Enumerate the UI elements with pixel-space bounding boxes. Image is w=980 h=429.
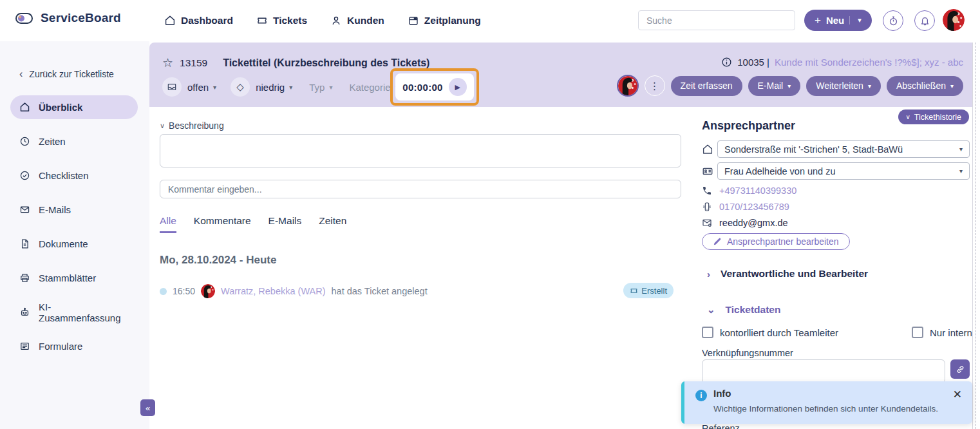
info-icon[interactable] bbox=[721, 57, 732, 68]
scrollbar-thumb[interactable] bbox=[975, 43, 977, 429]
nav-item-kunden[interactable]: Kunden bbox=[330, 15, 384, 26]
timeline-day-heading: Mo, 28.10.2024 - Heute bbox=[160, 254, 276, 267]
section-label: Ticketdaten bbox=[726, 304, 781, 316]
vertical-scrollbar[interactable] bbox=[972, 43, 980, 429]
section-label: Verantwortliche und Bearbeiter bbox=[721, 268, 868, 280]
button-label: Zeit erfassen bbox=[681, 81, 733, 91]
email-value: reeddy@gmx.de bbox=[719, 218, 788, 228]
timetracker-button[interactable] bbox=[883, 10, 903, 31]
ticket-history-button[interactable]: ∨ Tickethistorie bbox=[898, 110, 970, 124]
nav-item-tickets[interactable]: Tickets bbox=[256, 15, 307, 26]
description-textarea[interactable] bbox=[160, 134, 681, 167]
priority-icon: ◇ bbox=[231, 77, 250, 97]
ticket-meta-row: offen ▾ ◇ niedrig ▾ Typ ▾ Kategorie ▾ bbox=[162, 76, 401, 98]
assignee-avatar[interactable] bbox=[617, 75, 639, 97]
responsible-section-toggle[interactable]: › Verantwortliche und Bearbeiter bbox=[707, 268, 868, 280]
event-user-avatar[interactable] bbox=[201, 284, 215, 298]
brand-name: ServiceBoard bbox=[41, 11, 121, 25]
comment-input[interactable] bbox=[160, 180, 681, 198]
teamleiter-checkbox-row: kontorlliert durch Teamleiter bbox=[702, 327, 838, 338]
play-icon[interactable]: ▶ bbox=[449, 78, 467, 96]
email-row: reeddy@gmx.de bbox=[702, 218, 788, 228]
edit-contact-button[interactable]: Ansprechpartner bearbeiten bbox=[702, 233, 850, 250]
ticket-title-row: ☆ 13159 Tickettitel (Kurzbeschreibung de… bbox=[162, 55, 429, 70]
nav-item-dashboard[interactable]: Dashboard bbox=[164, 15, 233, 26]
mobile-row: 0170/123456789 bbox=[702, 202, 789, 212]
email-button[interactable]: E-Mail ▾ bbox=[748, 76, 801, 96]
person-icon bbox=[330, 15, 342, 26]
record-time-button[interactable]: Zeit erfassen bbox=[671, 76, 742, 96]
nav-item-zeitplanung[interactable]: Zeitplanung bbox=[408, 15, 481, 26]
sidebar-item-label: Überblick bbox=[39, 102, 82, 113]
info-toast: i Info Wichtige Informationen befinden s… bbox=[681, 381, 972, 424]
chevron-down-icon[interactable]: ▾ bbox=[213, 84, 216, 91]
ticket-header-panel: ☆ 13159 Tickettitel (Kurzbeschreibung de… bbox=[149, 43, 972, 107]
status-value[interactable]: offen bbox=[187, 82, 209, 93]
mobile-link[interactable]: 0170/123456789 bbox=[719, 202, 789, 212]
sidebar-item-label: Zeiten bbox=[39, 136, 66, 147]
ticket-icon bbox=[256, 15, 268, 26]
sidebar-item-dokumente[interactable]: Dokumente bbox=[10, 232, 138, 256]
description-toggle[interactable]: ∨ Beschreibung bbox=[160, 120, 224, 131]
star-icon[interactable]: ☆ bbox=[162, 55, 173, 70]
type-select[interactable]: Typ bbox=[309, 82, 325, 93]
forward-button[interactable]: Weiterleiten ▾ bbox=[806, 76, 881, 96]
new-button-label: Neu bbox=[826, 15, 844, 26]
nav-label: Tickets bbox=[273, 15, 307, 26]
nur-intern-checkbox[interactable] bbox=[912, 327, 923, 338]
tab-kommentare[interactable]: Kommentare bbox=[194, 215, 251, 233]
nur-intern-checkbox-row: Nur intern bbox=[912, 327, 972, 338]
sidebar-item-label: KI-Zusammenfassung bbox=[39, 301, 129, 323]
sidebar-item-ueberblick[interactable]: Überblick bbox=[10, 95, 138, 119]
activity-tabs: Alle Kommentare E-Mails Zeiten bbox=[160, 215, 346, 233]
robot-icon bbox=[19, 307, 30, 318]
close-icon[interactable]: ✕ bbox=[953, 388, 962, 401]
sidebar-item-ki-zusammenfassung[interactable]: KI-Zusammenfassung bbox=[10, 300, 138, 324]
notifications-button[interactable] bbox=[914, 10, 935, 31]
sidebar-item-stammblaetter[interactable]: Stammblätter bbox=[10, 266, 138, 290]
sidebar-item-checklisten[interactable]: Checklisten bbox=[10, 164, 138, 187]
brand-logo-icon bbox=[15, 13, 33, 24]
link-button[interactable] bbox=[950, 359, 970, 379]
search-input[interactable] bbox=[638, 10, 795, 30]
checkbox-label: Nur intern bbox=[930, 327, 972, 338]
teamleiter-checkbox[interactable] bbox=[702, 327, 713, 338]
customer-info-row: 10035 | Kunde mit Sonderzeichen's !?%$];… bbox=[721, 57, 963, 68]
address-row: Sonderstraße mit '-Strichen' 5, Stadt-Ba… bbox=[702, 140, 970, 158]
sidebar-item-emails[interactable]: E-Mails bbox=[10, 198, 138, 222]
customer-id: 10035 | bbox=[737, 57, 769, 68]
sidebar-collapse-button[interactable]: « bbox=[140, 399, 155, 416]
chevron-down-icon[interactable]: ▾ bbox=[329, 84, 332, 91]
timeline-event: 16:50 Warratz, Rebekka (WAR) hat das Tic… bbox=[160, 283, 681, 299]
chevron-down-icon[interactable]: ▾ bbox=[289, 84, 292, 91]
home-icon bbox=[164, 15, 176, 26]
phone-row: +49731140399330 bbox=[702, 186, 796, 196]
new-button[interactable]: + Neu ▾ bbox=[804, 10, 872, 31]
close-ticket-button[interactable]: Abschließen ▾ bbox=[887, 76, 963, 96]
button-label: Abschließen bbox=[896, 81, 946, 91]
tab-emails[interactable]: E-Mails bbox=[269, 215, 302, 233]
ticketdata-section-toggle[interactable]: ⌄ Ticketdaten bbox=[707, 304, 780, 316]
chevron-down-icon[interactable]: ▾ bbox=[849, 16, 868, 24]
phone-link[interactable]: +49731140399330 bbox=[719, 186, 796, 196]
tab-zeiten[interactable]: Zeiten bbox=[319, 215, 346, 233]
brand[interactable]: ServiceBoard bbox=[15, 11, 121, 25]
event-user-link[interactable]: Warratz, Rebekka (WAR) bbox=[221, 286, 325, 296]
tab-alle[interactable]: Alle bbox=[160, 215, 176, 233]
sidebar-item-formulare[interactable]: Formulare bbox=[10, 334, 138, 358]
sidebar-item-zeiten[interactable]: Zeiten bbox=[10, 129, 138, 153]
link-number-input[interactable] bbox=[702, 359, 945, 383]
button-label: Ansprechpartner bearbeiten bbox=[727, 236, 839, 247]
user-avatar[interactable] bbox=[943, 9, 965, 31]
back-to-ticketlist-link[interactable]: ‹ Zurück zur Ticketliste bbox=[19, 68, 114, 80]
category-select[interactable]: Kategorie bbox=[349, 82, 390, 93]
priority-value[interactable]: niedrig bbox=[256, 82, 285, 93]
more-options-button[interactable]: ⋮ bbox=[645, 75, 665, 96]
contact-person-select[interactable]: Frau Adelheide von und zu ▾ bbox=[717, 162, 970, 180]
house-icon bbox=[702, 144, 715, 155]
customer-link[interactable]: Kunde mit Sonderzeichen's !?%$]; xyz - a… bbox=[775, 57, 963, 68]
form-icon bbox=[19, 341, 30, 352]
address-select[interactable]: Sonderstraße mit '-Strichen' 5, Stadt-Ba… bbox=[717, 140, 970, 158]
contact-person-row: Frau Adelheide von und zu ▾ bbox=[702, 162, 970, 180]
nav-label: Dashboard bbox=[181, 15, 233, 26]
